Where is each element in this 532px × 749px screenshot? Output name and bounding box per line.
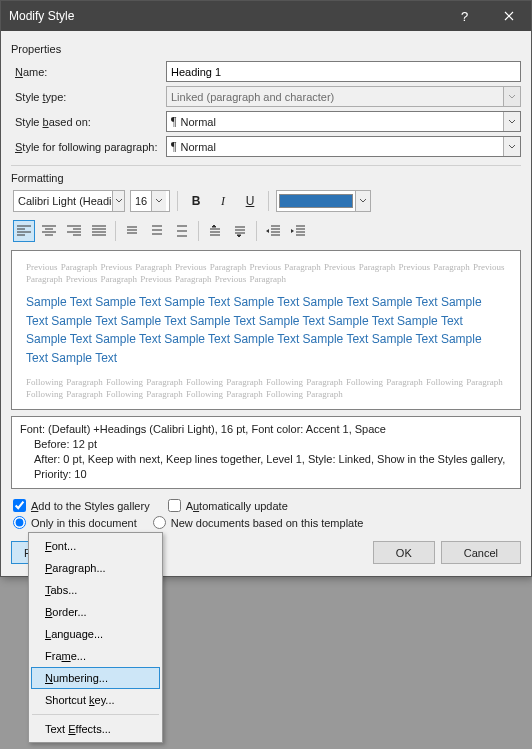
properties-label: Properties	[11, 43, 521, 55]
bold-button[interactable]: B	[185, 190, 207, 212]
menu-item-text-effects[interactable]: Text Effects...	[31, 718, 160, 740]
menu-item-border[interactable]: Border...	[31, 601, 160, 623]
font-toolbar: Calibri Light (Headings) 16 B I U	[13, 190, 521, 212]
spacing-15-button[interactable]	[146, 220, 168, 242]
menu-item-tabs[interactable]: Tabs...	[31, 579, 160, 601]
chevron-down-icon[interactable]	[355, 191, 370, 211]
preview-sample-text: Sample Text Sample Text Sample Text Samp…	[26, 293, 506, 367]
spacing-double-button[interactable]	[171, 220, 193, 242]
preview-box: Previous Paragraph Previous Paragraph Pr…	[11, 250, 521, 410]
space-before-dec-button[interactable]	[229, 220, 251, 242]
italic-button[interactable]: I	[212, 190, 234, 212]
modify-style-dialog: Modify Style ? Properties Name: Style ty…	[0, 0, 532, 577]
based-on-label: Style based on:	[11, 116, 166, 128]
align-center-button[interactable]	[38, 220, 60, 242]
auto-update-checkbox[interactable]: Automatically update	[168, 499, 288, 512]
align-right-button[interactable]	[63, 220, 85, 242]
following-label: Style for following paragraph:	[11, 141, 166, 153]
chevron-down-icon	[503, 87, 520, 106]
only-this-document-radio[interactable]: Only in this document	[13, 516, 137, 529]
spacing-single-button[interactable]	[121, 220, 143, 242]
menu-item-paragraph[interactable]: Paragraph...	[31, 557, 160, 579]
menu-item-font[interactable]: Font...	[31, 535, 160, 557]
increase-indent-button[interactable]	[287, 220, 309, 242]
style-type-label: Style type:	[11, 91, 166, 103]
font-size-combo[interactable]: 16	[130, 190, 170, 212]
paragraph-mark-icon: ¶	[171, 114, 176, 129]
following-select[interactable]: ¶Normal	[166, 136, 521, 157]
paragraph-mark-icon: ¶	[171, 139, 176, 154]
chevron-down-icon[interactable]	[112, 191, 124, 211]
format-dropdown-menu: Font... Paragraph... Tabs... Border... L…	[28, 532, 163, 743]
ok-button[interactable]: OK	[373, 541, 435, 564]
menu-separator	[32, 714, 159, 715]
style-type-select: Linked (paragraph and character)	[166, 86, 521, 107]
align-left-button[interactable]	[13, 220, 35, 242]
svg-text:?: ?	[461, 9, 468, 23]
preview-prev-para: Previous Paragraph Previous Paragraph Pr…	[26, 261, 506, 285]
align-justify-button[interactable]	[88, 220, 110, 242]
new-documents-radio[interactable]: New documents based on this template	[153, 516, 364, 529]
name-label: Name:	[11, 66, 166, 78]
space-before-inc-button[interactable]	[204, 220, 226, 242]
help-button[interactable]: ?	[441, 1, 486, 31]
menu-item-numbering[interactable]: Numbering...	[31, 667, 160, 689]
cancel-button[interactable]: Cancel	[441, 541, 521, 564]
color-swatch	[279, 194, 353, 208]
name-input[interactable]	[166, 61, 521, 82]
based-on-select[interactable]: ¶Normal	[166, 111, 521, 132]
preview-following-para: Following Paragraph Following Paragraph …	[26, 376, 506, 400]
underline-button[interactable]: U	[239, 190, 261, 212]
dialog-content: Properties Name: Style type: Linked (par…	[1, 31, 531, 576]
font-name-combo[interactable]: Calibri Light (Headings)	[13, 190, 125, 212]
close-button[interactable]	[486, 1, 531, 31]
dialog-title: Modify Style	[1, 9, 441, 23]
menu-item-language[interactable]: Language...	[31, 623, 160, 645]
add-to-gallery-checkbox[interactable]: Add to the Styles gallery	[13, 499, 150, 512]
menu-item-shortcut[interactable]: Shortcut key...	[31, 689, 160, 711]
chevron-down-icon[interactable]	[503, 137, 520, 156]
formatting-label: Formatting	[11, 172, 521, 184]
decrease-indent-button[interactable]	[262, 220, 284, 242]
menu-item-frame[interactable]: Frame...	[31, 645, 160, 667]
chevron-down-icon[interactable]	[151, 191, 166, 211]
font-color-combo[interactable]	[276, 190, 371, 212]
titlebar: Modify Style ?	[1, 1, 531, 31]
chevron-down-icon[interactable]	[503, 112, 520, 131]
paragraph-toolbar	[13, 220, 521, 242]
style-description: Font: (Default) +Headings (Calibri Light…	[11, 416, 521, 489]
